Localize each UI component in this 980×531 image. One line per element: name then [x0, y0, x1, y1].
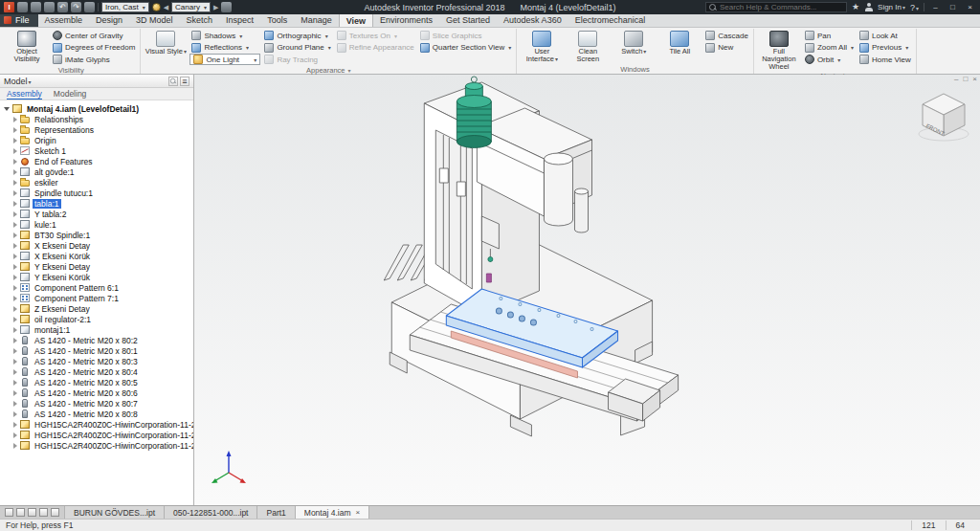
tree-item[interactable]: HGH15CA2R400Z0C-HiwinCorporation-11-20-2…	[2, 430, 193, 440]
ribbon-tab[interactable]: Environments	[373, 13, 439, 27]
tree-item[interactable]: Y Ekseni Körük	[2, 272, 193, 282]
tab-close-icon[interactable]: ×	[355, 508, 360, 517]
tree-item-label[interactable]: eskiler	[33, 178, 60, 188]
expand-arrow-icon[interactable]	[13, 117, 17, 122]
print-icon[interactable]	[84, 2, 95, 12]
tree-item-label[interactable]: AS 1420 - Metric M20 x 80:1	[33, 346, 140, 356]
previous-view-button[interactable]: Previous	[858, 42, 913, 55]
ribbon-tab[interactable]: 3D Model	[129, 13, 180, 27]
tree-item[interactable]: AS 1420 - Metric M20 x 80:7	[2, 398, 193, 409]
tree-item[interactable]: AS 1420 - Metric M20 x 80:2	[2, 335, 193, 345]
minimize-button[interactable]: –	[929, 3, 942, 11]
browser-tab[interactable]: Modeling	[54, 89, 87, 99]
view-cube[interactable]: FRONT	[913, 86, 974, 147]
graphics-viewport[interactable]: – □ × FRONT	[194, 75, 980, 505]
expand-arrow-icon[interactable]	[13, 432, 17, 438]
expand-arrow-icon[interactable]	[13, 348, 17, 354]
orthographic-button[interactable]: Orthographic	[262, 30, 332, 42]
switch-button[interactable]: Switch	[612, 30, 656, 56]
document-tab[interactable]: 050-122851-000...ipt ×	[165, 506, 257, 519]
expand-arrow-icon[interactable]	[13, 148, 17, 154]
ground-plane-button[interactable]: Ground Plane	[262, 42, 332, 55]
tree-item[interactable]: eskiler	[2, 177, 193, 188]
ribbon-tab[interactable]: Sketch	[180, 13, 220, 27]
tree-item[interactable]: AS 1420 - Metric M20 x 80:1	[2, 345, 193, 356]
browser-search-icon[interactable]	[168, 77, 178, 86]
tree-item[interactable]: X Ekseni Detay	[2, 240, 193, 251]
tree-item[interactable]: AS 1420 - Metric M20 x 80:5	[2, 377, 193, 387]
browser-tab[interactable]: Assembly	[7, 89, 42, 100]
user-interface-button[interactable]: User Interface	[520, 30, 564, 64]
tree-item-label[interactable]: Y Ekseni Körük	[33, 273, 92, 282]
expand-arrow-icon[interactable]	[13, 180, 17, 186]
cnc-machine-model[interactable]	[194, 75, 980, 505]
ground-plane-dropdown-icon[interactable]	[327, 43, 331, 52]
expand-arrow-icon[interactable]	[13, 275, 17, 280]
doc-close-icon[interactable]: ×	[972, 76, 977, 83]
tree-item-label[interactable]: AS 1420 - Metric M20 x 80:5	[33, 378, 140, 387]
tile-vertical-icon[interactable]	[16, 508, 25, 517]
lighting-style-select[interactable]: One Light	[189, 54, 260, 65]
shadows-button[interactable]: Shadows	[189, 30, 260, 42]
tree-item[interactable]: Component Pattern 6:1	[2, 282, 193, 293]
appearance-select[interactable]: Canary	[171, 2, 211, 12]
home-view-button[interactable]: Home View	[858, 54, 913, 66]
tree-item-label[interactable]: AS 1420 - Metric M20 x 80:3	[33, 357, 140, 366]
expand-arrow-icon[interactable]	[13, 127, 17, 133]
expand-arrow-icon[interactable]	[13, 306, 17, 312]
expand-arrow-icon[interactable]	[13, 338, 17, 343]
tile-all-button[interactable]: Tile All	[657, 30, 702, 56]
visual-style-button[interactable]: Visual Style	[144, 30, 188, 56]
center-of-gravity-button[interactable]: Center of Gravity	[51, 30, 137, 42]
expand-arrow-icon[interactable]	[13, 411, 17, 417]
inventor-logo-icon[interactable]: I	[4, 2, 14, 12]
expand-arrow-icon[interactable]	[13, 138, 17, 144]
tree-item[interactable]: AS 1420 - Metric M20 x 80:8	[2, 409, 193, 419]
tree-item-label[interactable]: Spindle tutucu:1	[33, 188, 95, 198]
tree-item-label[interactable]: Origin	[33, 136, 58, 145]
degrees-of-freedom-button[interactable]: Degrees of Freedom	[51, 42, 137, 55]
expand-arrow-icon[interactable]	[13, 317, 17, 322]
expand-arrow-icon[interactable]	[13, 190, 17, 196]
doc-restore-icon[interactable]: □	[963, 76, 968, 83]
ribbon-tab[interactable]: Design	[89, 13, 129, 27]
expand-arrow-icon[interactable]	[13, 159, 17, 165]
expand-arrow-icon[interactable]	[13, 285, 17, 291]
tree-item-label[interactable]: Relationships	[33, 115, 85, 124]
expand-arrow-icon[interactable]	[13, 254, 17, 259]
tree-item-label[interactable]: oil regulator-2:1	[33, 315, 93, 324]
search-input[interactable]	[720, 3, 843, 11]
ribbon-tab[interactable]: Assemble	[38, 13, 90, 27]
browser-model-dropdown[interactable]: Model	[4, 77, 32, 86]
tree-item[interactable]: oil regulator-2:1	[2, 314, 193, 324]
clean-screen-button[interactable]: Clean Screen	[566, 30, 610, 64]
expand-arrow-icon[interactable]	[13, 222, 17, 228]
tree-item-label[interactable]: montaj1:1	[33, 325, 72, 335]
look-at-button[interactable]: Look At	[858, 30, 913, 42]
document-tab[interactable]: BURUN GÖVDES...ipt ×	[65, 506, 165, 519]
tree-item-label[interactable]: Component Pattern 6:1	[33, 283, 121, 293]
tree-item-label[interactable]: Representations	[33, 125, 96, 135]
full-navigation-wheel-button[interactable]: Full Navigation Wheel	[757, 30, 801, 72]
doc-minimize-icon[interactable]: –	[954, 76, 958, 83]
tree-item[interactable]: AS 1420 - Metric M20 x 80:3	[2, 356, 193, 366]
tree-item[interactable]: AS 1420 - Metric M20 x 80:4	[2, 366, 193, 377]
orbit-dropdown-icon[interactable]	[836, 55, 840, 64]
tree-item[interactable]: Representations	[2, 124, 193, 135]
favorites-star-icon[interactable]: ★	[852, 2, 859, 12]
appearance-next-icon[interactable]: ▶	[213, 4, 218, 11]
tree-item[interactable]: alt gövde:1	[2, 166, 193, 177]
cascade-button[interactable]: Cascade	[703, 30, 750, 42]
document-tab[interactable]: Part1 ×	[257, 506, 295, 519]
ribbon-tab[interactable]: View	[339, 13, 373, 27]
tree-root-item[interactable]: Montaj 4.iam (LevelofDetail1)	[2, 103, 193, 114]
expand-arrow-icon[interactable]	[13, 169, 17, 175]
new-file-icon[interactable]	[17, 2, 28, 12]
tree-item[interactable]: Y Ekseni Detay	[2, 261, 193, 272]
material-select[interactable]: Iron, Cast	[101, 2, 149, 12]
expand-arrow-icon[interactable]	[13, 201, 17, 207]
tree-item[interactable]: End of Features	[2, 156, 193, 166]
tree-item[interactable]: HGH15CA2R400Z0C-HiwinCorporation-11-20-2…	[2, 440, 193, 451]
close-button[interactable]: ×	[964, 3, 976, 11]
tree-item[interactable]: Spindle tutucu:1	[2, 188, 193, 198]
